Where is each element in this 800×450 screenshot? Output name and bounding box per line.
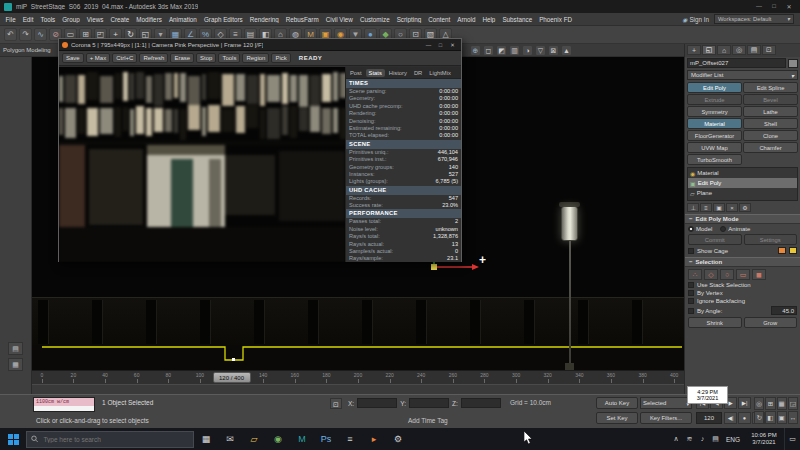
sign-in-button[interactable]: ◉ Sign In: [682, 16, 714, 23]
menu-item[interactable]: Scripting: [393, 16, 425, 23]
stack-tool-button[interactable]: ×: [726, 203, 738, 212]
ribbon-icon[interactable]: ⊠: [548, 45, 559, 56]
subobject-button[interactable]: ∴: [688, 269, 702, 280]
object-name-field[interactable]: mP_Offset027: [687, 58, 786, 68]
menu-item[interactable]: Create: [107, 16, 133, 23]
selection-checkbox[interactable]: Use Stack Selection: [688, 282, 797, 288]
viewport-nav-button[interactable]: ▣: [777, 411, 787, 424]
search-input[interactable]: [41, 435, 189, 444]
settings-button[interactable]: Settings: [744, 234, 798, 245]
modifier-button[interactable]: Material: [687, 118, 742, 129]
viewport-nav-button[interactable]: ◲: [788, 397, 798, 410]
commit-button[interactable]: Commit: [688, 234, 742, 245]
time-slider-handle[interactable]: 120 / 400: [213, 372, 251, 383]
corona-maximize-button[interactable]: □: [435, 42, 446, 48]
menu-item[interactable]: Civil View: [322, 16, 356, 23]
ribbon-icon[interactable]: ◑: [522, 45, 533, 56]
menu-item[interactable]: File: [2, 16, 19, 23]
corona-toolbar-button[interactable]: Region: [242, 53, 269, 63]
grow-button[interactable]: Grow: [744, 317, 798, 328]
animate-radio[interactable]: Animate: [720, 226, 750, 232]
modifier-button[interactable]: Extrude: [687, 94, 742, 105]
taskbar-app-icon[interactable]: ≡: [338, 428, 362, 450]
corona-minimize-button[interactable]: —: [423, 42, 434, 48]
maximize-button[interactable]: □: [767, 3, 781, 10]
window-titlebar[interactable]: miP_StreetStage_S06_2019_04.max - Autode…: [0, 0, 800, 13]
menu-item[interactable]: Group: [59, 16, 84, 23]
taskbar-app-icon[interactable]: ▸: [362, 428, 386, 450]
corona-toolbar-button[interactable]: Refresh: [139, 53, 168, 63]
corona-tab[interactable]: Stats: [366, 69, 385, 77]
command-panel-tab[interactable]: ⊡: [762, 45, 776, 55]
menu-item[interactable]: Substance: [499, 16, 536, 23]
object-color-swatch[interactable]: [788, 59, 798, 68]
taskbar-app-icon[interactable]: Ps: [314, 428, 338, 450]
key-filters-button[interactable]: Key Filters...: [640, 412, 692, 424]
corona-toolbar-button[interactable]: Stop: [196, 53, 216, 63]
corona-toolbar-button[interactable]: + Max: [86, 53, 111, 63]
menu-item[interactable]: Arnold: [454, 16, 479, 23]
modifier-button[interactable]: TurboSmooth: [687, 154, 742, 165]
notification-center-icon[interactable]: ▭: [784, 428, 800, 450]
playback-button[interactable]: ◀|: [724, 412, 737, 424]
ribbon-icon[interactable]: ▽: [535, 45, 546, 56]
viewport-nav-button[interactable]: ⊞: [765, 397, 775, 410]
corona-tab[interactable]: DR: [411, 69, 425, 77]
stack-tool-button[interactable]: ≡: [700, 203, 712, 212]
viewport-nav-button[interactable]: ▦: [777, 397, 787, 410]
lock-selection-toggle[interactable]: ⊡: [330, 398, 342, 409]
rollout-edit-poly-mode[interactable]: − Edit Poly Mode: [685, 214, 800, 224]
modifier-button[interactable]: Edit Spline: [743, 82, 798, 93]
subobject-button[interactable]: ◼: [752, 269, 766, 280]
language-indicator[interactable]: ENG: [722, 436, 744, 443]
minimize-button[interactable]: —: [752, 3, 766, 10]
auto-key-button[interactable]: Auto Key: [596, 397, 638, 409]
modifier-button[interactable]: Chamfer: [743, 142, 798, 153]
taskbar-search[interactable]: [26, 431, 194, 448]
command-panel-tab[interactable]: +: [687, 45, 701, 55]
angle-value-field[interactable]: 45.0: [771, 306, 797, 315]
menu-item[interactable]: Help: [479, 16, 499, 23]
shrink-button[interactable]: Shrink: [688, 317, 742, 328]
tray-chevron-icon[interactable]: ∧: [669, 435, 683, 443]
taskbar-app-icon[interactable]: ▦: [194, 428, 218, 450]
modifier-list-dropdown[interactable]: Modifier List ▾: [687, 70, 798, 80]
stack-tool-button[interactable]: ▣: [713, 203, 725, 212]
subobject-button[interactable]: ▭: [736, 269, 750, 280]
menu-item[interactable]: Graph Editors: [200, 16, 246, 23]
viewport-nav-button[interactable]: ↔: [788, 411, 798, 424]
command-panel-tab[interactable]: ◱: [702, 45, 716, 55]
viewport-nav-button[interactable]: ◎: [754, 397, 764, 410]
y-field[interactable]: [409, 398, 449, 408]
corona-close-button[interactable]: ✕: [447, 42, 458, 48]
playback-button[interactable]: ▶|: [738, 397, 751, 409]
modifier-button[interactable]: Lathe: [743, 106, 798, 117]
corona-tab[interactable]: Post: [347, 69, 365, 77]
cage-color-swatch[interactable]: [789, 247, 797, 254]
corona-toolbar-button[interactable]: Erase: [170, 53, 194, 63]
taskbar-app-icon[interactable]: M: [290, 428, 314, 450]
ribbon-icon[interactable]: ◩: [496, 45, 507, 56]
ribbon-tab-label[interactable]: Polygon Modeling: [3, 47, 51, 53]
corona-titlebar[interactable]: Corona 5 | 795x449px | [1:1] | Camera Pi…: [59, 39, 461, 51]
x-field[interactable]: [357, 398, 397, 408]
add-time-tag[interactable]: Add Time Tag: [408, 417, 448, 424]
corona-toolbar-button[interactable]: Tools: [218, 53, 240, 63]
modifier-button[interactable]: Symmetry: [687, 106, 742, 117]
menu-item[interactable]: RebusFarm: [282, 16, 322, 23]
viewport-nav-button[interactable]: ↻: [754, 411, 764, 424]
close-button[interactable]: ✕: [782, 3, 796, 10]
modifier-button[interactable]: Edit Poly: [687, 82, 742, 93]
taskbar-app-icon[interactable]: ◉: [266, 428, 290, 450]
selection-checkbox[interactable]: By Vertex: [688, 290, 797, 296]
command-panel-tab[interactable]: ◎: [732, 45, 746, 55]
by-angle-checkbox[interactable]: [688, 308, 694, 314]
viewport-nav-button[interactable]: ◧: [765, 411, 775, 424]
selection-checkbox[interactable]: Ignore Backfacing: [688, 298, 797, 304]
modifier-button[interactable]: FloorGenerator: [687, 130, 742, 141]
corona-toolbar-button[interactable]: Pick: [271, 53, 290, 63]
track-bar[interactable]: [32, 384, 684, 394]
menu-item[interactable]: Views: [83, 16, 107, 23]
taskbar-app-icon[interactable]: ⚙: [386, 428, 410, 450]
menu-item[interactable]: Customize: [356, 16, 393, 23]
